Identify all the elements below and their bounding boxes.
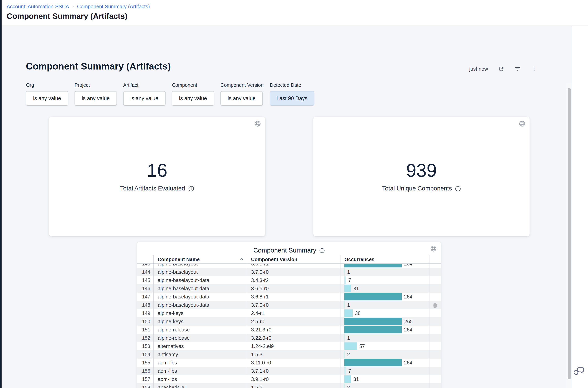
- table-row: 147 alpine-baselayout-data 3.6.8-r1 264: [137, 292, 441, 301]
- occurrence-value: 264: [404, 264, 412, 267]
- occurrence-bar: [344, 334, 345, 342]
- component-name-cell: alpine-keys: [154, 309, 247, 317]
- occurrence-value: 2: [347, 352, 350, 357]
- component-name-cell: alpine-release: [154, 334, 247, 342]
- occurrence-value: 1: [347, 302, 350, 308]
- refresh-icon[interactable]: [497, 65, 504, 72]
- filter-detected-date-button[interactable]: Last 90 Days: [270, 91, 314, 106]
- table-title: Component Summary: [137, 247, 441, 254]
- occurrence-bar: [344, 301, 345, 309]
- page-title: Component Summary (Artifacts): [7, 12, 588, 21]
- breadcrumb-dashboard-link[interactable]: Component Summary (Artifacts): [77, 3, 150, 9]
- component-version-cell: 3.22.0-r0: [247, 334, 341, 342]
- filter-label: Project: [75, 82, 117, 88]
- table-row: 151 alpine-release 3.21.3-r0 264: [137, 326, 441, 334]
- row-index: 146: [137, 284, 154, 292]
- table-row: 158 apacheds-all 1.5.5 2: [137, 383, 441, 388]
- row-index: 153: [137, 342, 154, 350]
- scroll-gutter-cell: [430, 359, 441, 367]
- occurrence-bar: [344, 367, 346, 375]
- filter-label: Component: [172, 82, 214, 88]
- occurrences-cell: 264: [341, 359, 430, 367]
- occurrences-cell: 31: [341, 284, 430, 292]
- component-version-cell: 1.5.5: [247, 383, 341, 388]
- breadcrumb-account-link[interactable]: Account: Automation-SSCA: [7, 3, 69, 9]
- occurrences-cell: 1: [341, 334, 430, 342]
- table-row: 154 antisamy 1.5.3 2: [137, 350, 441, 359]
- component-summary-table-card: Component Summary Component Name Compone…: [137, 242, 441, 388]
- table-rows: 143 alpine-baselayout 3.6.8-r1 264 144 a…: [137, 264, 441, 388]
- occurrence-bar: [344, 318, 402, 325]
- tile-label-text: Total Artifacts Evaluated: [120, 185, 185, 192]
- column-header-component-version[interactable]: Component Version: [247, 255, 341, 264]
- filter-org-button[interactable]: is any value: [26, 91, 68, 106]
- occurrence-bar: [344, 264, 402, 267]
- row-index: 145: [137, 276, 154, 284]
- occurrences-cell: 1: [341, 301, 430, 309]
- page-right-margin: [572, 26, 588, 388]
- row-number-column-header: [137, 255, 154, 264]
- scroll-gutter-header: [430, 255, 441, 264]
- dashboard-title: Component Summary (Artifacts): [26, 61, 171, 72]
- component-version-cell: 2.4-r1: [247, 309, 341, 317]
- occurrence-bar: [344, 384, 345, 388]
- occurrence-value: 7: [348, 277, 351, 283]
- total-unique-components-tile: 939 Total Unique Components: [313, 117, 530, 236]
- table-row: 145 alpine-baselayout-data 3.4.3-r2 7: [137, 276, 441, 284]
- occurrences-cell: 2: [341, 350, 430, 359]
- component-version-cell: 3.6.8-r1: [247, 264, 341, 268]
- row-index: 156: [137, 367, 154, 375]
- occurrence-bar: [344, 351, 345, 358]
- scroll-gutter-cell: [430, 367, 441, 375]
- table-scrollbar-thumb[interactable]: [434, 303, 437, 308]
- breadcrumb: Account: Automation-SSCA › Component Sum…: [7, 3, 588, 9]
- occurrence-bar: [344, 310, 353, 317]
- support-chat-icon[interactable]: [574, 366, 585, 377]
- table-row: 149 alpine-keys 2.4-r1 38: [137, 309, 441, 317]
- globe-icon[interactable]: [519, 121, 525, 128]
- component-version-cell: 3.6.8-r1: [247, 292, 341, 301]
- occurrence-value: 1: [347, 269, 350, 275]
- filter-label: Org: [26, 82, 68, 88]
- table-header: Component Name Component Version Occurre…: [137, 255, 441, 264]
- row-index: 151: [137, 326, 154, 334]
- component-name-cell: aom-libs: [154, 359, 247, 367]
- component-name-cell: apacheds-all: [154, 383, 247, 388]
- last-refreshed-label: just now: [469, 66, 488, 72]
- component-version-cell: 3.7.1-r0: [247, 367, 341, 375]
- filter-component-version-button[interactable]: is any value: [220, 91, 263, 106]
- filter-artifact-button[interactable]: is any value: [123, 91, 166, 106]
- component-version-cell: 3.6.5-r0: [247, 284, 341, 292]
- component-name-cell: alternatives: [154, 342, 247, 350]
- occurrence-value: 265: [404, 319, 413, 324]
- component-version-cell: 1.5.3: [247, 350, 341, 359]
- filter-org: Org is any value: [26, 82, 68, 106]
- filter-label: Detected Date: [270, 82, 314, 88]
- component-name-cell: alpine-baselayout-data: [154, 284, 247, 292]
- kebab-menu-icon[interactable]: [530, 65, 537, 72]
- filter-component-button[interactable]: is any value: [172, 91, 214, 106]
- filter-icon[interactable]: [514, 65, 521, 72]
- page-scrollbar-thumb[interactable]: [567, 88, 571, 379]
- info-icon[interactable]: [455, 186, 461, 192]
- scroll-gutter-cell: [430, 276, 441, 284]
- column-header-occurrences[interactable]: Occurrences: [341, 255, 430, 264]
- row-index: 144: [137, 268, 154, 276]
- scroll-gutter-cell: [430, 284, 441, 292]
- total-unique-components-value: 939: [313, 161, 530, 179]
- occurrence-value: 264: [404, 327, 412, 332]
- column-header-component-name[interactable]: Component Name: [154, 255, 247, 264]
- scroll-gutter-cell: [430, 350, 441, 359]
- globe-icon[interactable]: [255, 121, 261, 128]
- component-name-cell: alpine-baselayout-data: [154, 292, 247, 301]
- scroll-gutter-cell: [430, 268, 441, 276]
- filter-project-button[interactable]: is any value: [75, 91, 117, 106]
- occurrence-bar: [344, 326, 402, 333]
- info-icon[interactable]: [319, 248, 325, 253]
- occurrence-bar: [344, 293, 402, 300]
- info-icon[interactable]: [188, 186, 194, 192]
- scroll-gutter-cell: [430, 309, 441, 317]
- occurrence-value: 7: [348, 368, 351, 374]
- occurrence-value: 38: [355, 311, 361, 316]
- table-row: 143 alpine-baselayout 3.6.8-r1 264: [137, 264, 441, 268]
